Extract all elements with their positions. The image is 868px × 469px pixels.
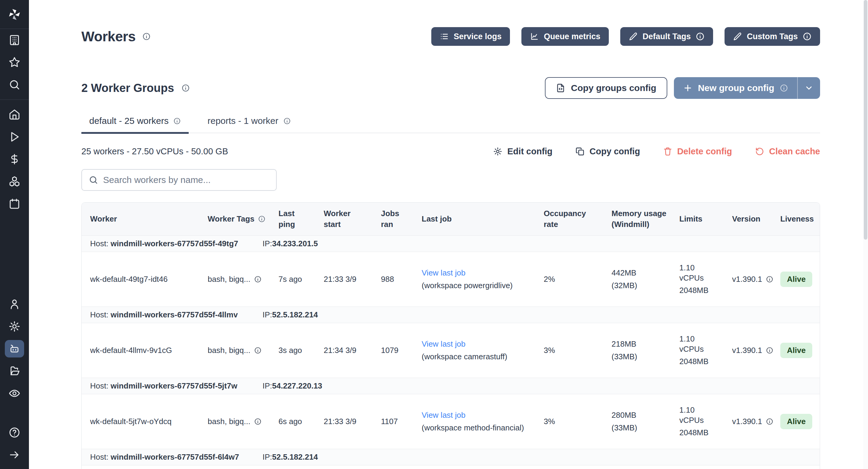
sidebar-footer xyxy=(0,421,29,469)
queue-metrics-button[interactable]: Queue metrics xyxy=(521,27,609,46)
col-memory-usage: Memory usage (Windmill) xyxy=(603,208,671,229)
view-last-job-link[interactable]: View last job xyxy=(422,268,466,278)
host-row: Host: windmill-workers-67757d55f-49tg7IP… xyxy=(82,236,820,252)
windmill-logo[interactable] xyxy=(0,0,29,29)
tab-reports[interactable]: reports - 1 worker xyxy=(199,116,299,133)
col-worker-start: Worker start xyxy=(315,208,373,229)
arrow-right-icon xyxy=(8,449,21,461)
tab-default[interactable]: default - 25 workers xyxy=(82,116,189,133)
search-icon xyxy=(8,79,21,91)
host-row: Host: windmill-workers-67757d55f-5jt7wIP… xyxy=(82,378,820,394)
sidebar-item-runs[interactable] xyxy=(0,126,29,148)
worker-groups-row: 2 Worker Groups Copy groups config New g… xyxy=(82,77,820,99)
view-last-job-link[interactable]: View last job xyxy=(422,410,466,420)
host-name: windmill-workers-67757d55f-6l4w7 xyxy=(111,452,239,462)
col-last-job: Last job xyxy=(413,214,535,224)
worker-start: 21:33 3/9 xyxy=(315,417,373,426)
custom-tags-button[interactable]: Custom Tags xyxy=(724,27,820,46)
new-group-config-dropdown[interactable] xyxy=(798,77,820,99)
sidebar-divider xyxy=(0,99,29,100)
worker-name: wk-default-5jt7w-oYdcq xyxy=(82,417,199,426)
sidebar-item-workspace[interactable] xyxy=(0,29,29,51)
info-icon[interactable] xyxy=(695,32,705,41)
info-icon[interactable] xyxy=(254,276,261,283)
sidebar-bottom-group xyxy=(0,293,29,469)
search-icon xyxy=(89,175,98,185)
sidebar-item-workers[interactable] xyxy=(0,338,29,360)
delete-config-button[interactable]: Delete config xyxy=(663,147,732,156)
building-icon xyxy=(8,34,21,46)
info-icon[interactable] xyxy=(803,32,812,41)
sidebar-item-audit-logs[interactable] xyxy=(0,382,29,405)
info-icon[interactable] xyxy=(283,117,291,125)
sidebar-item-home[interactable] xyxy=(0,103,29,126)
last-ping: 6s ago xyxy=(270,417,315,426)
info-icon[interactable] xyxy=(258,215,266,223)
host-ip-value: 54.227.220.13 xyxy=(272,381,322,390)
group-summary: 25 workers - 27.50 vCPUs - 50.00 GB xyxy=(82,147,228,156)
gear-icon xyxy=(8,320,21,333)
sidebar-collapse-toggle[interactable] xyxy=(0,444,29,466)
active-highlight xyxy=(5,340,24,357)
last-job-workspace: (workspace powergridlive) xyxy=(422,281,513,291)
edit-config-button[interactable]: Edit config xyxy=(493,147,553,156)
sidebar-item-favorites[interactable] xyxy=(0,51,29,73)
alive-badge: Alive xyxy=(780,414,812,429)
table-body: Host: windmill-workers-67757d55f-49tg7IP… xyxy=(82,236,820,469)
default-tags-button[interactable]: Default Tags xyxy=(620,27,713,46)
version: v1.390.1 xyxy=(724,275,772,284)
user-icon xyxy=(8,298,21,310)
col-version: Version xyxy=(724,214,772,224)
host-ip: IP:52.5.182.214 xyxy=(262,452,318,462)
service-logs-button[interactable]: Service logs xyxy=(431,27,510,46)
home-icon xyxy=(8,108,21,121)
liveness: Alive xyxy=(772,343,819,358)
host-ip-value: 52.5.182.214 xyxy=(272,452,318,462)
info-icon[interactable] xyxy=(173,117,181,125)
worker-start: 21:34 3/9 xyxy=(315,346,373,355)
config-bar: 25 workers - 27.50 vCPUs - 50.00 GB Edit… xyxy=(82,147,820,156)
folder-open-icon xyxy=(8,365,21,377)
info-icon[interactable] xyxy=(254,418,261,425)
info-icon[interactable] xyxy=(780,84,788,92)
worker-row: wk-default-49tg7-idt46bash, bigq...7s ag… xyxy=(82,252,820,307)
last-ping: 3s ago xyxy=(270,346,315,355)
scrollbar-track[interactable] xyxy=(863,0,868,469)
search-input[interactable] xyxy=(103,175,270,185)
version: v1.390.1 xyxy=(724,346,772,355)
info-icon[interactable] xyxy=(142,32,151,41)
worker-name: wk-default-49tg7-idt46 xyxy=(82,275,199,284)
sidebar-item-resources[interactable] xyxy=(0,170,29,193)
host-row: Host: windmill-workers-67757d55f-6l4w7IP… xyxy=(82,449,820,465)
clean-cache-button[interactable]: Clean cache xyxy=(755,147,820,156)
alive-badge: Alive xyxy=(780,272,812,287)
sidebar-item-search[interactable] xyxy=(0,73,29,96)
info-icon[interactable] xyxy=(181,84,190,92)
occupancy-rate: 2% xyxy=(535,275,603,284)
version: v1.390.1 xyxy=(724,417,772,426)
scrollbar-thumb[interactable] xyxy=(864,0,867,240)
sidebar-item-user[interactable] xyxy=(0,293,29,315)
info-icon[interactable] xyxy=(254,347,261,354)
limits: 1.10 vCPUs2048MB xyxy=(671,405,724,438)
host-ip-value: 52.5.182.214 xyxy=(272,310,318,319)
memory-usage: 442MB(32MB) xyxy=(603,268,671,291)
last-ping: 7s ago xyxy=(270,275,315,284)
sidebar-item-help[interactable] xyxy=(0,421,29,444)
sidebar-item-settings[interactable] xyxy=(0,315,29,338)
sidebar-item-variables[interactable] xyxy=(0,148,29,170)
copy-groups-config-button[interactable]: Copy groups config xyxy=(545,77,667,99)
liveness: Alive xyxy=(772,414,819,429)
copy-config-button[interactable]: Copy config xyxy=(575,147,640,156)
list-icon xyxy=(440,32,449,41)
view-last-job-link[interactable]: View last job xyxy=(422,339,466,349)
last-job-cell: View last job(workspace powergridlive) xyxy=(413,268,535,291)
sidebar-item-schedules[interactable] xyxy=(0,193,29,215)
alive-badge: Alive xyxy=(780,343,812,358)
worker-tags: bash, bigq... xyxy=(199,417,270,426)
col-last-ping: Last ping xyxy=(270,208,315,229)
worker-row: wk-default-4llmv-9v1cGbash, bigq...3s ag… xyxy=(82,323,820,378)
new-group-config-button[interactable]: New group config xyxy=(674,77,797,99)
sidebar-item-folders[interactable] xyxy=(0,360,29,382)
host-row: Host: windmill-workers-67757d55f-4llmvIP… xyxy=(82,307,820,323)
